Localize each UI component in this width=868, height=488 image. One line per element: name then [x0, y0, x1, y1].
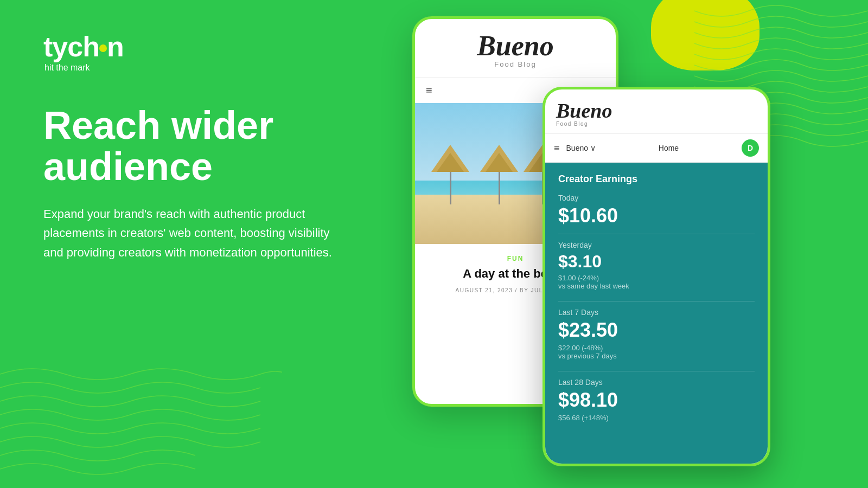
hero-headline: Reach wider audience: [43, 105, 358, 187]
earnings-divider-1: [558, 234, 755, 234]
logo-dot: [99, 44, 107, 52]
dashboard-phone-mockup: Bueno Food Blog ≡ Bueno ∨ Home D Creator…: [542, 87, 770, 466]
umbrella-pole-2: [499, 172, 500, 204]
left-content-section: tychn hit the mark Reach wider audience …: [43, 33, 358, 262]
dashboard-nav-bueno[interactable]: Bueno ∨: [566, 144, 596, 152]
dashboard-logo-sub: Food Blog: [556, 121, 612, 127]
nav-bueno-arrow: ∨: [590, 144, 596, 152]
logo-area: tychn hit the mark: [43, 33, 358, 73]
earnings-yesterday-label: Yesterday: [558, 241, 755, 249]
blog-logo-text: Bueno: [426, 32, 605, 60]
earnings-yesterday-sub: $1.00 (-24%) vs same day last week: [558, 274, 755, 290]
blog-logo-sub: Food Blog: [426, 60, 605, 68]
dashboard-logo-area: Bueno Food Blog: [556, 100, 612, 127]
earnings-last28-label: Last 28 Days: [558, 378, 755, 387]
earnings-divider-2: [558, 301, 755, 301]
post-date: AUGUST 21, 2023: [456, 287, 513, 293]
earnings-last7-amount: $23.50: [558, 319, 755, 342]
blog-phone-header: Bueno Food Blog: [415, 19, 616, 78]
wave-lines-bottom-left: [0, 358, 282, 488]
brand-logo: tychn: [43, 33, 358, 61]
earnings-yesterday-amount: $3.10: [558, 252, 755, 272]
beach-umbrella-2: [480, 145, 518, 204]
dashboard-avatar: D: [742, 139, 759, 157]
beach-umbrella-1: [431, 145, 469, 204]
post-separator: /: [515, 287, 518, 293]
earnings-last7-label: Last 7 Days: [558, 308, 755, 317]
hero-description: Expand your brand's reach with authentic…: [43, 204, 336, 262]
dashboard-header: Bueno Food Blog: [545, 89, 768, 134]
earnings-today-label: Today: [558, 194, 755, 202]
dashboard-nav-home[interactable]: Home: [659, 144, 679, 152]
earnings-divider-3: [558, 371, 755, 371]
earnings-last28-amount: $98.10: [558, 389, 755, 412]
post-author-prefix: BY: [520, 287, 528, 293]
brand-tagline: hit the mark: [44, 63, 358, 73]
nav-bueno-label: Bueno: [566, 144, 588, 152]
phones-container: Bueno Food Blog ≡: [380, 0, 868, 488]
umbrella-pole-1: [450, 172, 451, 204]
earnings-today-amount: $10.60: [558, 204, 755, 227]
earnings-last7-sub: $22.00 (-48%) vs previous 7 days: [558, 344, 755, 360]
earnings-last28-sub: $56.68 (+148%): [558, 414, 755, 422]
umbrella-top-2: [480, 145, 518, 172]
umbrella-top-1: [431, 145, 469, 172]
dashboard-hamburger-icon[interactable]: ≡: [554, 143, 560, 154]
earnings-panel: Creator Earnings Today $10.60 Yesterday …: [545, 163, 768, 466]
dashboard-logo-text: Bueno: [556, 100, 612, 121]
dashboard-navbar: ≡ Bueno ∨ Home D: [545, 134, 768, 163]
earnings-panel-title: Creator Earnings: [558, 174, 755, 185]
